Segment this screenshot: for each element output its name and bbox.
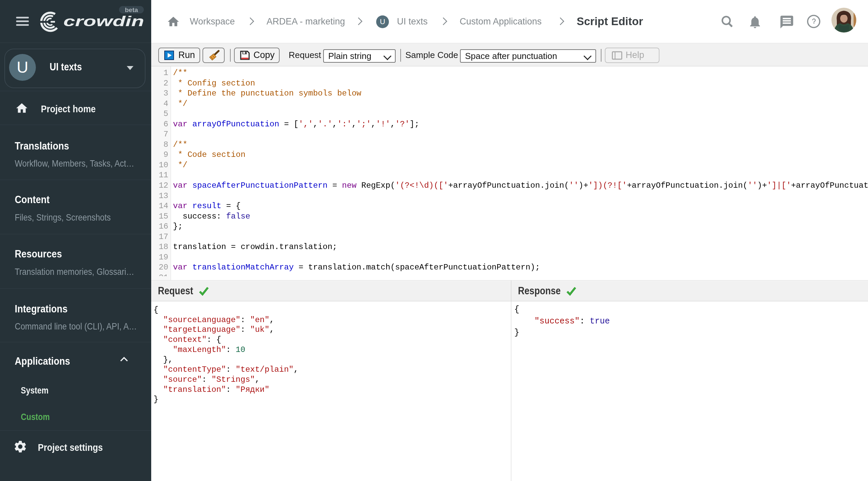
svg-text:crowdin: crowdin [63, 13, 144, 29]
